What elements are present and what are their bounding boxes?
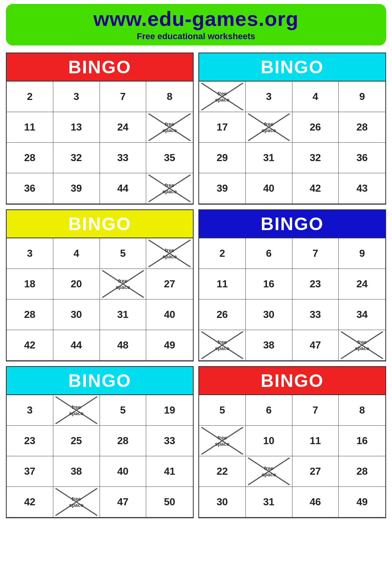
bingo-cell-2-1-2: 26 xyxy=(292,112,339,143)
bingo-board-4: BINGO26791116232426303334freespace3847fr… xyxy=(198,209,386,361)
bingo-cell-3-2-3: 40 xyxy=(146,299,193,330)
bingo-cell-5-0-0: 3 xyxy=(7,395,53,426)
bingo-header-6: BINGO xyxy=(199,367,385,394)
bingo-cell-5-2-3: 41 xyxy=(146,456,193,487)
bingo-cell-5-0-3: 19 xyxy=(146,395,193,426)
bingo-cell-2-1-1: freespace xyxy=(246,112,292,143)
bingo-cell-6-1-3: 16 xyxy=(339,426,385,456)
free-space-label: freespace xyxy=(355,339,369,351)
bingo-cell-4-1-1: 16 xyxy=(246,269,292,299)
bingo-cell-5-3-0: 42 xyxy=(7,487,53,517)
bingo-cell-3-3-1: 44 xyxy=(53,330,100,361)
bingo-cell-1-2-0: 28 xyxy=(7,143,53,173)
bingo-cell-5-2-2: 40 xyxy=(100,456,147,487)
bingo-cell-2-3-0: 39 xyxy=(199,173,246,204)
bingo-cell-6-0-0: 5 xyxy=(199,395,246,426)
bingo-cell-1-2-2: 33 xyxy=(100,143,147,173)
bingo-grid-3: 345freespace1820freespace272830314042444… xyxy=(7,238,193,361)
bingo-cell-1-2-1: 32 xyxy=(53,143,100,173)
bingo-header-1: BINGO xyxy=(7,53,193,81)
bingo-cell-5-3-3: 50 xyxy=(146,487,193,517)
bingo-board-3: BINGO345freespace1820freespace2728303140… xyxy=(6,209,194,361)
bingo-cell-5-1-3: 33 xyxy=(146,426,193,456)
bingo-cell-6-2-2: 27 xyxy=(292,456,339,487)
free-space-label: freespace xyxy=(215,435,229,447)
bingo-cell-2-0-0: freespace xyxy=(199,82,246,112)
bingo-header-5: BINGO xyxy=(7,367,193,394)
header: www.edu-games.org Free educational works… xyxy=(6,4,386,45)
bingo-cell-4-0-0: 2 xyxy=(199,238,246,269)
bingo-cell-2-2-3: 36 xyxy=(339,143,385,173)
bingo-cell-6-1-2: 11 xyxy=(292,426,339,456)
bingo-cell-4-2-1: 30 xyxy=(246,299,292,330)
free-space-label: freespace xyxy=(215,91,229,103)
bingo-grid-4: 26791116232426303334freespace3847freespa… xyxy=(199,238,385,361)
bingo-cell-3-0-3: freespace xyxy=(146,238,193,269)
bingo-cell-3-2-1: 30 xyxy=(53,299,100,330)
bingo-cell-3-0-1: 4 xyxy=(53,238,100,269)
bingo-cell-1-2-3: 35 xyxy=(146,143,193,173)
free-space-label: freespace xyxy=(215,339,229,351)
bingo-cell-1-3-0: 36 xyxy=(7,173,53,204)
bingo-cell-1-1-2: 24 xyxy=(100,112,147,143)
free-space-label: freespace xyxy=(162,182,177,194)
bingo-cell-6-3-0: 30 xyxy=(199,487,246,517)
free-space-label: freespace xyxy=(69,404,83,416)
bingo-cell-1-3-3: freespace xyxy=(146,173,193,204)
bingo-cell-2-2-2: 32 xyxy=(292,143,339,173)
boards-container: BINGO2378111324freespace28323335363944fr… xyxy=(0,49,392,522)
bingo-cell-2-0-1: 3 xyxy=(246,82,292,112)
bingo-cell-1-3-1: 39 xyxy=(53,173,100,204)
bingo-cell-4-1-0: 11 xyxy=(199,269,246,299)
bingo-cell-1-0-2: 7 xyxy=(100,82,147,112)
bingo-cell-4-2-0: 26 xyxy=(199,299,246,330)
bingo-grid-6: 5678freespace10111622freespace2728303146… xyxy=(199,394,385,517)
bingo-cell-6-3-1: 31 xyxy=(246,487,292,517)
bingo-cell-5-2-0: 37 xyxy=(7,456,53,487)
free-space-label: freespace xyxy=(162,247,177,260)
bingo-cell-6-1-1: 10 xyxy=(246,426,292,456)
bingo-cell-1-1-0: 11 xyxy=(7,112,53,143)
bingo-cell-1-1-3: freespace xyxy=(146,112,193,143)
bingo-cell-5-0-2: 5 xyxy=(100,395,147,426)
bingo-cell-3-2-2: 31 xyxy=(100,299,147,330)
bingo-cell-3-3-0: 42 xyxy=(7,330,53,361)
bingo-cell-3-0-0: 3 xyxy=(7,238,53,269)
bingo-cell-2-1-3: 28 xyxy=(339,112,385,143)
bingo-cell-2-0-2: 4 xyxy=(292,82,339,112)
bingo-cell-4-0-3: 9 xyxy=(339,238,385,269)
bingo-cell-4-3-2: 47 xyxy=(292,330,339,361)
bingo-cell-4-2-2: 33 xyxy=(292,299,339,330)
bingo-cell-3-1-2: freespace xyxy=(100,269,147,299)
header-url: www.edu-games.org xyxy=(10,7,382,31)
bingo-cell-5-3-1: freespace xyxy=(53,487,100,517)
bingo-cell-3-3-2: 48 xyxy=(100,330,147,361)
bingo-cell-1-1-1: 13 xyxy=(53,112,100,143)
bingo-cell-4-3-0: freespace xyxy=(199,330,246,361)
bingo-cell-6-1-0: freespace xyxy=(199,426,246,456)
bingo-cell-5-3-2: 47 xyxy=(100,487,147,517)
bingo-cell-5-1-2: 28 xyxy=(100,426,147,456)
bingo-cell-6-0-3: 8 xyxy=(339,395,385,426)
bingo-header-4: BINGO xyxy=(199,210,385,238)
bingo-cell-5-0-1: freespace xyxy=(53,395,100,426)
bingo-board-2: BINGOfreespace34917freespace262829313236… xyxy=(198,53,386,205)
bingo-cell-4-0-1: 6 xyxy=(246,238,292,269)
bingo-cell-2-3-3: 43 xyxy=(339,173,385,204)
bingo-cell-1-0-0: 2 xyxy=(7,82,53,112)
bingo-cell-2-3-2: 42 xyxy=(292,173,339,204)
free-space-label: freespace xyxy=(69,496,83,508)
free-space-label: freespace xyxy=(116,278,130,290)
bingo-cell-6-2-3: 28 xyxy=(339,456,385,487)
bingo-cell-6-0-1: 6 xyxy=(246,395,292,426)
bingo-grid-5: 3freespace519232528333738404142freespace… xyxy=(7,394,193,517)
bingo-cell-2-2-1: 31 xyxy=(246,143,292,173)
free-space-label: freespace xyxy=(261,465,276,477)
bingo-cell-1-3-2: 44 xyxy=(100,173,147,204)
bingo-cell-6-0-2: 7 xyxy=(292,395,339,426)
bingo-header-2: BINGO xyxy=(199,53,385,81)
bingo-cell-3-3-3: 49 xyxy=(146,330,193,361)
bingo-cell-6-2-1: freespace xyxy=(246,456,292,487)
bingo-grid-2: freespace34917freespace26282931323639404… xyxy=(199,81,385,204)
bingo-cell-3-0-2: 5 xyxy=(100,238,147,269)
